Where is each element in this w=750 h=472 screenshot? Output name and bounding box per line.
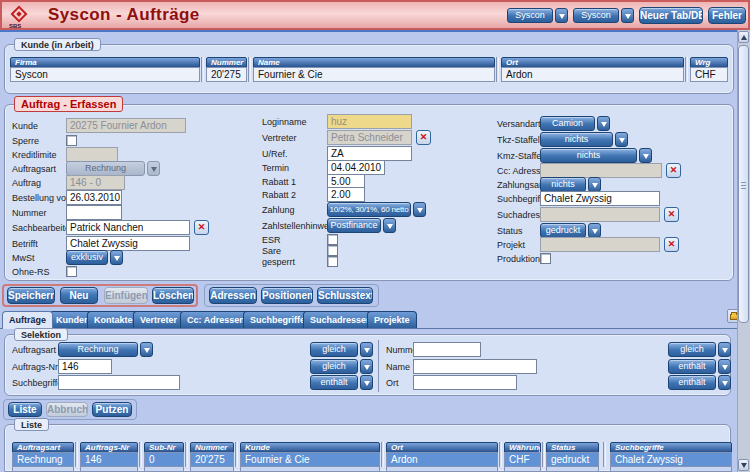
abbruch-button[interactable]: Abbruch	[46, 402, 88, 417]
sel-suchbegriffe-field[interactable]	[58, 375, 180, 390]
chevron-down-icon[interactable]	[360, 375, 373, 390]
chevron-down-icon[interactable]	[615, 132, 628, 147]
liste-cell-status[interactable]: gedruckt	[546, 452, 599, 467]
sel-auftrags-nr-field[interactable]: 146	[58, 359, 112, 374]
chevron-down-icon[interactable]	[639, 148, 652, 163]
kunde-cell-ort[interactable]: Ardon	[501, 67, 684, 82]
nummer-field[interactable]	[66, 205, 122, 220]
versandart-combo[interactable]: Camion	[540, 116, 595, 131]
neuer-tab-db-button[interactable]: Neuer Tab/DB	[639, 7, 703, 24]
tab-vertreter[interactable]: Vertreter	[133, 311, 184, 328]
arrow-up-icon[interactable]	[738, 31, 749, 43]
fehler-button[interactable]: Fehler	[708, 7, 746, 24]
auftragsart-combo[interactable]: Rechnung	[66, 161, 145, 176]
chevron-down-icon[interactable]	[413, 202, 426, 217]
suchadresse-field[interactable]	[540, 207, 660, 222]
produktion-checkbox[interactable]	[540, 253, 551, 264]
chevron-down-icon[interactable]	[110, 250, 123, 265]
bestellung-von-field[interactable]: 26.03.2010	[66, 190, 122, 205]
einfuegen-button[interactable]: Einfügen	[104, 287, 148, 304]
clear-x-icon[interactable]: ✕	[666, 163, 681, 178]
mwst-combo[interactable]: exklusiv	[66, 250, 108, 265]
liste-cell-ort[interactable]: Ardon	[386, 452, 498, 467]
sel-name-op-combo[interactable]: enthält	[668, 359, 716, 374]
zahlstellenhinweis-combo[interactable]: Postfinance	[327, 218, 381, 233]
chevron-down-icon[interactable]	[147, 161, 160, 176]
auftrag-field[interactable]: 146 - 0	[66, 175, 125, 190]
speichern-button[interactable]: Speichern	[7, 287, 55, 304]
kunde-cell-nummer[interactable]: 20'275	[206, 67, 247, 82]
cc-adresse-field[interactable]	[540, 163, 662, 178]
chevron-down-icon[interactable]	[597, 116, 610, 131]
status-combo[interactable]: gedruckt	[540, 223, 586, 238]
liste-cell-auftrags-nr[interactable]: 146	[80, 452, 138, 467]
kunde-cell-name[interactable]: Fournier & Cie	[253, 67, 495, 82]
chevron-down-icon[interactable]	[621, 8, 634, 23]
uref-field[interactable]: ZA	[327, 146, 412, 161]
scrollbar-thumb[interactable]	[738, 45, 749, 323]
clear-x-icon[interactable]: ✕	[416, 130, 431, 145]
loeschen-button[interactable]: Löschen	[152, 287, 194, 304]
zahlungsart-combo[interactable]: nichts	[540, 177, 586, 192]
kunde-cell-firma[interactable]: Syscon	[10, 67, 200, 82]
termin-field[interactable]: 04.04.2010	[327, 160, 385, 175]
chevron-down-icon[interactable]	[360, 359, 373, 374]
esr-checkbox[interactable]	[327, 234, 338, 245]
rabatt2-field[interactable]: 2.00	[327, 187, 365, 202]
tab-cc-adressen[interactable]: Cc: Adressen	[180, 311, 252, 328]
sel-ort-op-combo[interactable]: enthält	[668, 375, 716, 390]
kunde-cell-wrg[interactable]: CHF	[690, 67, 728, 82]
ohne-rs-checkbox[interactable]	[66, 266, 77, 277]
gesperrt-checkbox[interactable]	[327, 256, 338, 267]
positionen-button[interactable]: Positionen	[261, 287, 313, 304]
chevron-down-icon[interactable]	[718, 342, 731, 357]
vertreter-field[interactable]: Petra Schneider	[327, 130, 412, 145]
liste-cell-kunde[interactable]: Fournier & Cie	[240, 452, 380, 467]
chevron-down-icon[interactable]	[555, 8, 568, 23]
neu-button[interactable]: Neu	[60, 287, 98, 304]
arrow-down-icon[interactable]	[738, 459, 749, 471]
chevron-down-icon[interactable]	[140, 342, 153, 357]
sel-nummer-op-combo[interactable]: gleich	[668, 342, 716, 357]
sel-suchbegriffe-op-combo[interactable]: enthält	[310, 375, 358, 390]
sachbearbeiter-field[interactable]: Patrick Nanchen	[66, 220, 190, 235]
zahlung-combo[interactable]: 10/2%, 30/1%, 60 netto	[327, 202, 411, 217]
db-select-1[interactable]: Syscon	[507, 8, 553, 23]
sperre-checkbox[interactable]	[66, 135, 77, 146]
sare-checkbox[interactable]	[327, 245, 338, 256]
sel-auftragsart-op-combo[interactable]: gleich	[310, 342, 358, 357]
sel-ort-field[interactable]	[413, 375, 517, 390]
tab-projekte[interactable]: Projekte	[367, 311, 417, 328]
kunde-field[interactable]: 20275 Fournier Ardon	[66, 118, 186, 133]
chevron-down-icon[interactable]	[588, 223, 601, 238]
projekt-field[interactable]	[540, 237, 660, 252]
clear-x-icon[interactable]: ✕	[194, 220, 209, 235]
chevron-down-icon[interactable]	[718, 359, 731, 374]
db-select-2[interactable]: Syscon	[573, 8, 619, 23]
kmz-staffel-combo[interactable]: nichts	[540, 148, 637, 163]
liste-button[interactable]: Liste	[8, 402, 42, 417]
schlusstext-button[interactable]: Schlusstext	[317, 287, 373, 304]
tab-kontakte[interactable]: Kontakte	[87, 311, 140, 328]
clear-x-icon[interactable]: ✕	[664, 207, 679, 222]
tkz-staffel-combo[interactable]: nichts	[540, 132, 613, 147]
tab-suchbegriffe[interactable]: Suchbegriffe	[243, 311, 312, 328]
liste-cell-suchbegriffe[interactable]: Chalet Zwyssig	[610, 452, 732, 467]
liste-cell-waehrung[interactable]: CHF	[504, 452, 541, 467]
liste-cell-sub-nr[interactable]: 0	[144, 452, 184, 467]
adressen-button[interactable]: Adressen	[209, 287, 257, 304]
liste-cell-auftragsart[interactable]: Rechnung	[12, 452, 74, 467]
kreditlimite-field[interactable]	[66, 147, 118, 162]
chevron-down-icon[interactable]	[718, 375, 731, 390]
sel-name-field[interactable]	[413, 359, 537, 374]
sel-auftragsart-combo[interactable]: Rechnung	[58, 342, 138, 357]
clear-x-icon[interactable]: ✕	[664, 237, 679, 252]
putzen-button[interactable]: Putzen	[92, 402, 132, 417]
tab-auftraege[interactable]: Aufträge	[2, 311, 53, 329]
liste-cell-nummer[interactable]: 20'275	[190, 452, 234, 467]
suchbegriffe-field[interactable]: Chalet Zwyssig	[540, 191, 660, 206]
chevron-down-icon[interactable]	[383, 218, 396, 233]
sel-nummer-field[interactable]	[413, 342, 481, 357]
sel-auftrags-nr-op-combo[interactable]: gleich	[310, 359, 358, 374]
chevron-down-icon[interactable]	[360, 342, 373, 357]
